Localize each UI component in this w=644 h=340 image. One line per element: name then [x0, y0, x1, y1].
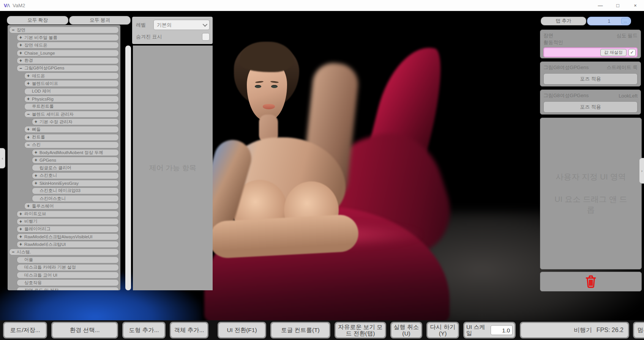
tree-item[interactable]: +데스크톱 코어 UI [17, 272, 119, 279]
tree-item[interactable]: +툴루즈헤어 [24, 203, 119, 209]
expand-icon[interactable]: + [27, 73, 32, 79]
collapse-icon[interactable]: − [27, 112, 32, 117]
tree-item[interactable]: +비행기 [17, 218, 119, 225]
collapse-icon[interactable]: − [27, 142, 32, 148]
tree-item[interactable]: +상호작용 [17, 279, 119, 286]
tree-item[interactable]: +LOD 제어 [24, 88, 119, 95]
tree-item[interactable]: +PhysicsRig [24, 96, 119, 102]
left-panel-collapse-handle[interactable]: ‹ [0, 148, 5, 168]
tree-item[interactable]: +뼈들 [24, 126, 119, 133]
tab-options-icon[interactable]: … [621, 18, 630, 24]
tree-item[interactable]: +장면 애드온 [17, 42, 119, 49]
minimize-icon[interactable]: — [592, 0, 609, 11]
custom-ui-drop-hint: UI 요소 드래그 앤 드롭 [554, 194, 628, 216]
tree-item[interactable]: +립글로스 클리어 [32, 164, 119, 171]
tree-item[interactable]: −블렌드 셰이프 관리자 [24, 111, 119, 118]
collapse-icon[interactable]: − [12, 27, 17, 33]
tree-item[interactable]: +컨트롤 [24, 134, 119, 141]
expand-icon[interactable]: + [27, 203, 32, 209]
tree-item[interactable]: +환경 [17, 57, 119, 64]
apply-pose-button[interactable]: 포즈 적용 [543, 101, 638, 113]
delete-drop-zone[interactable] [540, 272, 642, 291]
tree-item[interactable]: +스킨호니 메이크업03 [32, 187, 119, 194]
tree-item[interactable]: +라이트오브 [17, 211, 119, 217]
tree-item[interactable]: +스킨호니 [32, 172, 119, 179]
expand-icon[interactable]: + [35, 157, 39, 163]
expand-icon[interactable]: + [19, 242, 24, 247]
tree-item-label: 기본 수정 관리자 [39, 119, 73, 125]
tree-item[interactable]: +RawMode데스크탑AlwaysVisibleUI [17, 233, 119, 240]
expand-icon[interactable]: + [19, 58, 24, 63]
apply-pose-button[interactable]: 포즈 적용 [543, 73, 638, 85]
tree-item[interactable]: +플레이어리그 [17, 226, 119, 233]
expand-icon[interactable]: + [19, 50, 24, 56]
custom-ui-drop-area[interactable]: 사용자 지정 UI 영역 UI 요소 드래그 앤 드롭 [540, 118, 642, 269]
tree-item[interactable]: −스킨 [24, 142, 119, 148]
toggle-controls-button[interactable]: 토글 컨트롤(T) [271, 323, 329, 337]
undo-button[interactable]: 실행 취소 (U) [391, 323, 421, 337]
collapse-all-button[interactable]: 모두 붕괴 [69, 16, 131, 25]
freelook-mode-button[interactable]: 자유로운 보기 모드 전환(탭) [336, 323, 385, 337]
expand-icon[interactable]: + [19, 219, 24, 224]
level-dropdown[interactable]: 기본의 [153, 20, 210, 30]
toolbar-buttons: 로드/저장...환경 선택...도형 추가...객체 추가...UI 전환(F1… [3, 322, 463, 338]
tree-scrollbar[interactable] [125, 46, 131, 290]
maximize-icon[interactable]: □ [609, 0, 627, 11]
tree-item[interactable]: −시스템. [9, 249, 119, 255]
ui-toggle-button[interactable]: UI 전환(F1) [219, 323, 265, 337]
right-panel-collapse-handle[interactable]: › [639, 158, 644, 184]
tree-item-label: BodyAndMouthAobent 정상 두께 [39, 150, 103, 156]
show-hidden-checkbox[interactable] [202, 33, 210, 41]
tree-item[interactable]: +BodyAndMouthAobent 정상 두께 [32, 149, 119, 156]
close-icon[interactable]: × [627, 0, 644, 11]
expand-icon[interactable]: + [27, 135, 32, 140]
expand-icon[interactable]: + [35, 119, 39, 124]
tree-item[interactable]: +데스크톱 카메라 기본 설정 [17, 264, 119, 271]
expand-icon[interactable]: + [27, 96, 32, 102]
expand-icon[interactable]: + [19, 42, 24, 48]
tree-item[interactable]: −그림G8여성GPGens [17, 65, 119, 72]
tree-item[interactable]: +GPGens [32, 157, 119, 164]
tree-item[interactable]: +스킨머스호니 [32, 195, 119, 202]
expand-icon[interactable]: + [19, 227, 24, 232]
stop-button[interactable]: 멈춰 [634, 323, 644, 337]
expand-icon[interactable]: + [19, 234, 24, 239]
tree-item[interactable]: +어플 [17, 257, 119, 263]
figure-arms-crossed [208, 214, 360, 259]
expand-all-button[interactable]: 모두 확장 [7, 16, 68, 25]
tree-item[interactable]: −장면 [9, 27, 119, 33]
expand-icon[interactable]: + [35, 181, 39, 186]
tree-item[interactable]: +Chaise_Lounge [17, 50, 119, 57]
tree-item[interactable]: +애드온 [24, 72, 119, 79]
dof-active-checkbox[interactable]: ✓ [628, 49, 636, 56]
tree-item-label: 루트컨트롤 [32, 104, 54, 109]
figure-eye-right [271, 85, 278, 88]
tree-item[interactable]: +SkinHonniEyesGray [32, 180, 119, 187]
tree-item[interactable]: +장면 로드 및 저장 [17, 287, 119, 290]
load-save-button[interactable]: 로드/저장... [4, 323, 46, 337]
tree-item[interactable]: +블렌드쉐이프 [24, 80, 119, 87]
ui-scale-input[interactable]: 1.0 [491, 325, 513, 335]
reset-value-button[interactable]: 값 재설정 [600, 49, 627, 56]
add-object-button[interactable]: 객체 추가... [171, 323, 207, 337]
tree-item[interactable]: +루트컨트롤 [24, 103, 119, 110]
expand-icon[interactable]: + [35, 173, 39, 178]
tree-item[interactable]: +기본 비주얼 볼륨 [17, 34, 119, 41]
dof-active-value-field[interactable]: 값 재설정 ✓ [543, 47, 638, 57]
pose-card-lookleft: 그림G8여성GPGens LookLeft 포즈 적용 [540, 90, 641, 115]
environment-select-button[interactable]: 환경 선택... [52, 323, 117, 337]
redo-button[interactable]: 다시 하기 (Y) [428, 323, 458, 337]
tree-item[interactable]: +RawMode데스크탑UI [17, 241, 119, 248]
collapse-icon[interactable]: − [12, 249, 17, 255]
expand-icon[interactable]: + [27, 127, 32, 132]
add-shape-button[interactable]: 도형 추가... [123, 323, 164, 337]
expand-icon[interactable]: + [35, 150, 39, 155]
expand-icon[interactable]: + [27, 81, 32, 86]
collapse-icon[interactable]: − [19, 66, 24, 71]
expand-icon[interactable]: + [19, 211, 24, 217]
add-tab-button[interactable]: 탭 추가 [541, 17, 586, 25]
expand-icon[interactable]: + [19, 35, 24, 40]
tab-1[interactable]: 1 … [587, 17, 631, 25]
pose-card-owner: 그림G8여성GPGens [543, 64, 589, 71]
tree-item[interactable]: +기본 수정 관리자 [32, 118, 119, 125]
